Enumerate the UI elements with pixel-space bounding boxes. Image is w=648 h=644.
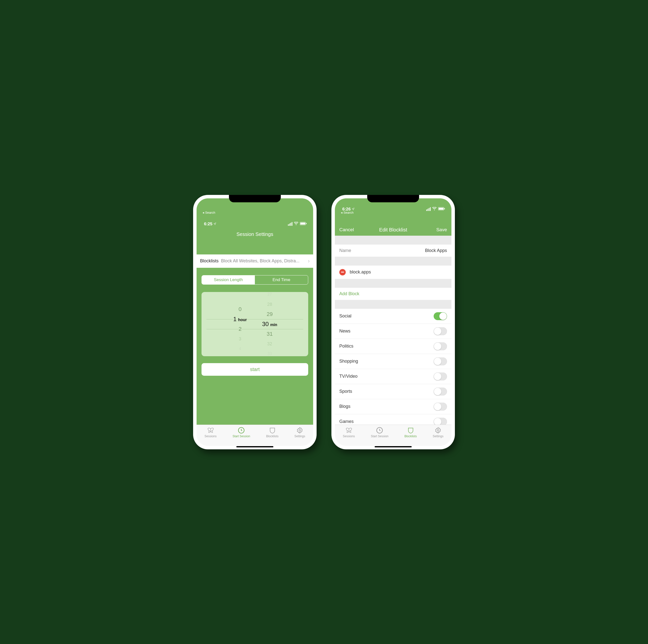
blocklists-row[interactable]: Blocklists Block All Websites, Block App… <box>197 254 313 268</box>
category-toggle[interactable] <box>434 373 447 381</box>
shield-icon <box>407 427 414 434</box>
category-row: Sports <box>335 384 451 399</box>
shield-icon <box>269 427 276 434</box>
notch <box>229 195 281 202</box>
block-item-label: block.apps <box>350 269 371 275</box>
svg-rect-2 <box>306 223 307 224</box>
wifi-icon <box>294 221 298 227</box>
segmented-control[interactable]: Session Length End Time <box>202 275 308 285</box>
signal-icon <box>288 222 292 226</box>
clock-icon <box>376 427 383 434</box>
category-row: Blogs <box>335 399 451 414</box>
tab-settings[interactable]: Settings <box>433 427 443 438</box>
tab-blocklists[interactable]: Blocklists <box>404 427 417 438</box>
gear-icon <box>434 427 442 434</box>
butterfly-icon <box>207 427 214 434</box>
tab-settings[interactable]: Settings <box>294 427 305 438</box>
clock-icon <box>237 427 245 434</box>
category-row: News <box>335 324 451 339</box>
screen-session-settings: 6:25 Search Session Settings <box>197 198 313 446</box>
delete-icon[interactable] <box>339 269 346 276</box>
status-time: 6:25 <box>204 221 212 227</box>
blocklists-value: Block All Websites, Block Apps, Distra..… <box>221 258 307 263</box>
signal-icon <box>426 207 431 211</box>
svg-rect-6 <box>439 208 443 210</box>
save-button[interactable]: Save <box>430 227 447 233</box>
back-to-search[interactable]: Search <box>203 211 215 214</box>
category-label: News <box>339 329 350 334</box>
blocklists-label: Blocklists <box>200 258 219 263</box>
phone-right: 6:26 Search Cancel E <box>331 195 455 449</box>
svg-point-9 <box>437 429 439 431</box>
category-row: Games <box>335 414 451 425</box>
category-label: Games <box>339 419 354 424</box>
category-toggle[interactable] <box>434 418 447 425</box>
home-indicator[interactable] <box>375 446 412 447</box>
butterfly-icon <box>345 427 353 434</box>
category-row: Politics <box>335 339 451 354</box>
name-label: Name <box>339 248 351 253</box>
category-toggle[interactable] <box>434 388 447 395</box>
tab-bar: Sessions Start Session Blocklists Settin… <box>335 425 451 446</box>
chevron-right-icon: › <box>308 258 310 264</box>
tab-start-session[interactable]: Start Session <box>233 427 250 438</box>
notch <box>367 195 419 202</box>
add-block-label: Add Block <box>339 291 359 296</box>
segment-session-length[interactable]: Session Length <box>202 276 255 284</box>
tab-blocklists[interactable]: Blocklists <box>266 427 279 438</box>
category-label: Shopping <box>339 359 358 364</box>
tab-bar: Sessions Start Session Blocklists Settin… <box>197 425 313 446</box>
category-label: Blogs <box>339 404 350 409</box>
home-indicator[interactable] <box>236 446 273 447</box>
tab-sessions[interactable]: Sessions <box>205 427 217 438</box>
block-item-row[interactable]: block.apps <box>335 265 451 279</box>
page-title: Edit Blocklist <box>357 227 430 233</box>
category-label: TV/Video <box>339 374 358 379</box>
category-toggle[interactable] <box>434 403 447 410</box>
tab-start-session[interactable]: Start Session <box>371 427 388 438</box>
status-bar: 6:25 <box>197 213 313 227</box>
cancel-button[interactable]: Cancel <box>339 227 357 233</box>
category-row: TV/Video <box>335 369 451 384</box>
svg-point-4 <box>299 429 301 431</box>
gear-icon <box>296 427 304 434</box>
category-toggle[interactable] <box>434 327 447 335</box>
back-to-search[interactable]: Search <box>341 211 354 214</box>
battery-icon <box>438 207 445 212</box>
location-icon <box>213 221 216 227</box>
name-row[interactable]: Name Block Apps <box>335 245 451 257</box>
phone-left: 6:25 Search Session Settings <box>193 195 317 449</box>
tab-sessions[interactable]: Sessions <box>343 427 355 438</box>
wifi-icon <box>432 207 437 212</box>
svg-rect-1 <box>300 222 305 225</box>
name-value: Block Apps <box>425 248 447 253</box>
category-label: Sports <box>339 389 352 394</box>
picker-minutes[interactable]: 27 28 29 30 min 31 32 33 <box>255 292 284 356</box>
segment-end-time[interactable]: End Time <box>255 276 308 284</box>
battery-icon <box>300 221 307 227</box>
category-toggle[interactable] <box>434 342 447 350</box>
category-toggle[interactable] <box>434 357 447 365</box>
category-toggle[interactable] <box>434 312 447 320</box>
svg-rect-7 <box>444 208 445 209</box>
category-row: Shopping <box>335 354 451 369</box>
duration-picker[interactable]: 0 1 hour 2 3 4 27 28 29 30 min 31 32 33 <box>202 292 308 356</box>
add-block-row[interactable]: Add Block <box>335 288 451 300</box>
category-label: Politics <box>339 344 354 349</box>
start-button[interactable]: start <box>202 363 308 376</box>
page-title: Session Settings <box>197 227 313 254</box>
screen-edit-blocklist: 6:26 Search Cancel E <box>335 198 451 446</box>
picker-hours[interactable]: 0 1 hour 2 3 4 <box>225 294 255 354</box>
category-label: Social <box>339 313 352 319</box>
category-row: Social <box>335 309 451 324</box>
